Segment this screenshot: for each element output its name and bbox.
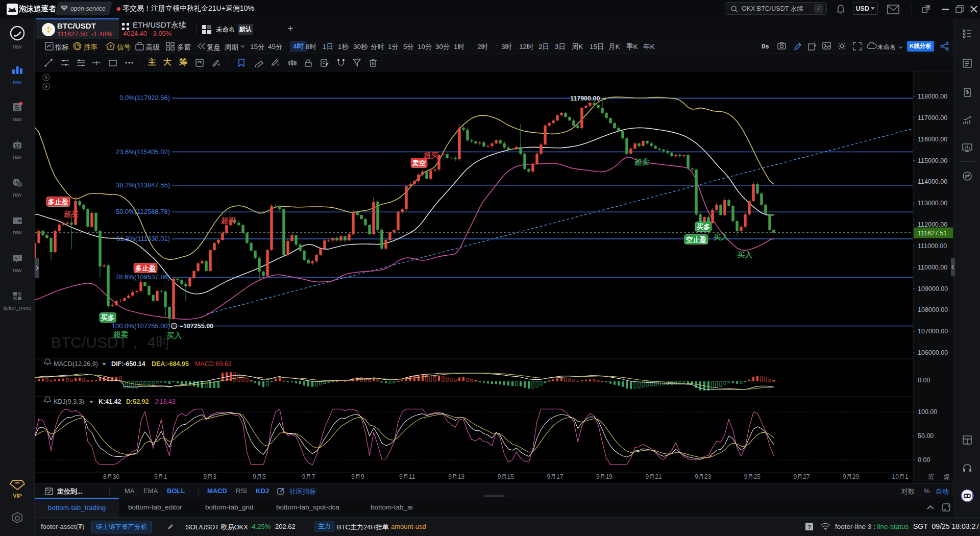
svg-text:–107255.00: –107255.00 [180,323,213,330]
svg-text:超买: 超买 [220,216,236,225]
svg-text:100.00: 100.00 [918,408,937,416]
svg-text:9月23: 9月23 [695,473,711,480]
svg-text:108000.00: 108000.00 [918,306,948,313]
svg-text:113000.00: 113000.00 [918,200,947,207]
svg-text:0.0%(117922.56): 0.0%(117922.56) [119,94,170,102]
svg-text:D:52.92: D:52.92 [126,398,149,405]
svg-text:DEA:-684.95: DEA:-684.95 [152,360,189,368]
svg-text:DIF:-650.14: DIF:-650.14 [111,360,145,368]
svg-text:超卖: 超卖 [113,330,129,338]
svg-text:0.00: 0.00 [918,456,930,464]
svg-text:50.0%(112588.78): 50.0%(112588.78) [116,208,170,215]
svg-text:MACD:69.62: MACD:69.62 [195,360,232,368]
svg-text:9月29: 9月29 [843,473,859,480]
svg-text:78.6%(109537.86): 78.6%(109537.86) [115,273,170,281]
svg-text:9月25: 9月25 [744,473,761,480]
svg-text:9月17: 9月17 [547,473,563,480]
svg-text:9月7: 9月7 [302,473,315,480]
svg-text:BTC/USDT， 4时: BTC/USDT， 4时 [51,334,171,351]
svg-text:10月1: 10月1 [892,473,909,480]
svg-text:0.00: 0.00 [918,377,930,384]
svg-text:9月13: 9月13 [448,473,464,480]
svg-text:9月3: 9月3 [204,473,217,480]
svg-text:9月9: 9月9 [351,473,364,480]
svg-text:117900.00: 117900.00 [570,95,600,102]
svg-text:K:41.42: K:41.42 [99,398,121,405]
svg-text:超卖: 超卖 [634,158,650,166]
svg-text:109000.00: 109000.00 [918,285,948,293]
svg-text:106000.00: 106000.00 [918,349,948,356]
svg-text:9月11: 9月11 [399,473,415,480]
svg-text:9月21: 9月21 [646,473,662,480]
svg-text:111000.00: 111000.00 [918,242,947,250]
svg-text:23.6%(115405.02): 23.6%(115405.02) [116,148,170,156]
svg-text:9月1: 9月1 [154,473,167,480]
svg-text:买多: 买多 [101,314,115,322]
svg-text:买入: 买入 [738,251,753,259]
svg-text:爆: 爆 [944,473,950,480]
svg-text:38.2%(113847.55): 38.2%(113847.55) [116,181,170,189]
svg-text:50.00: 50.00 [918,432,934,440]
svg-text:118000.00: 118000.00 [918,93,947,100]
svg-text:多止盈: 多止盈 [135,264,156,272]
svg-text:9月5: 9月5 [253,473,266,480]
svg-text:114000.00: 114000.00 [918,178,947,185]
svg-text:117000.00: 117000.00 [918,114,947,121]
svg-text:超买: 超买 [63,210,79,218]
svg-text:116000.00: 116000.00 [918,136,947,143]
svg-text:买多: 买多 [697,223,710,231]
svg-text:买入: 买入 [714,233,729,241]
svg-text:?: ? [807,524,811,530]
svg-text:110000.00: 110000.00 [918,264,947,271]
svg-text:9月27: 9月27 [793,473,810,480]
svg-text:112000.00: 112000.00 [918,221,947,228]
svg-text:100.0%(107255.00): 100.0%(107255.00) [112,322,170,330]
svg-text:J:18.43: J:18.43 [155,398,176,405]
svg-text:买入: 买入 [167,331,182,339]
svg-text:KDJ(9,3,3): KDJ(9,3,3) [54,398,84,405]
svg-text:9月19: 9月19 [596,473,612,480]
svg-text:8月30: 8月30 [103,473,119,480]
svg-text:空止盈: 空止盈 [686,236,707,243]
svg-text:多止盈: 多止盈 [48,198,69,206]
svg-text:111627.51: 111627.51 [918,230,947,237]
svg-text:115000.00: 115000.00 [918,157,947,164]
svg-text:107000.00: 107000.00 [918,328,948,335]
svg-text:MACD(12,26,9): MACD(12,26,9) [54,360,98,368]
svg-text:筹: 筹 [928,473,934,480]
svg-text:9月15: 9月15 [498,473,514,480]
svg-text:超买: 超买 [423,151,439,159]
svg-text:卖空: 卖空 [412,159,427,167]
